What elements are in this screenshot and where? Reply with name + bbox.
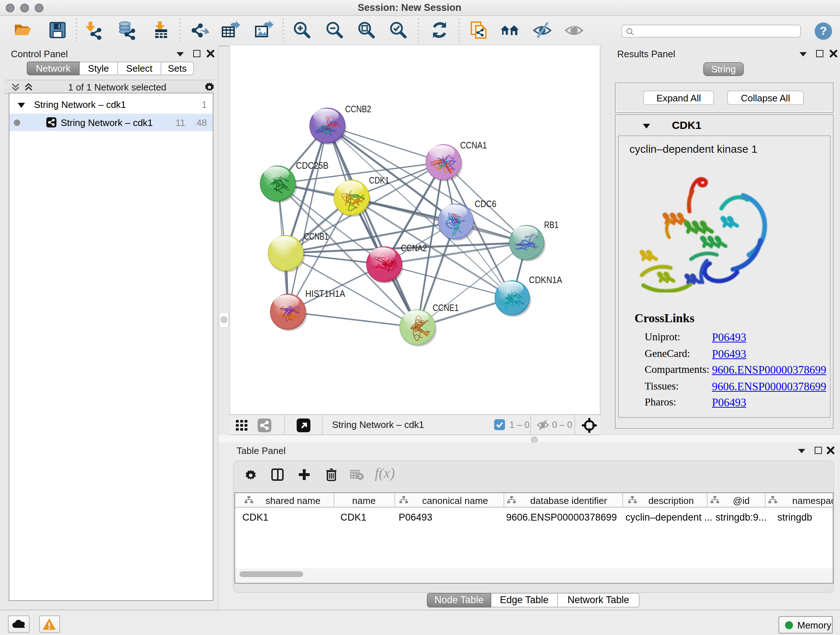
svg-text:HIST1H1A: HIST1H1A	[305, 288, 346, 299]
svg-text:CCNA1: CCNA1	[460, 140, 487, 150]
svg-text:CCNB2: CCNB2	[345, 103, 371, 114]
svg-text:CCNB1: CCNB1	[304, 231, 328, 242]
svg-text:CDC6: CDC6	[475, 198, 496, 209]
svg-text:CCNA2: CCNA2	[401, 242, 427, 253]
svg-text:CCNE1: CCNE1	[433, 302, 459, 313]
svg-text:RB1: RB1	[544, 219, 559, 230]
svg-text:CDKN1A: CDKN1A	[529, 274, 562, 285]
svg-text:CDC25B: CDC25B	[296, 160, 328, 171]
svg-text:CDK1: CDK1	[369, 175, 389, 186]
